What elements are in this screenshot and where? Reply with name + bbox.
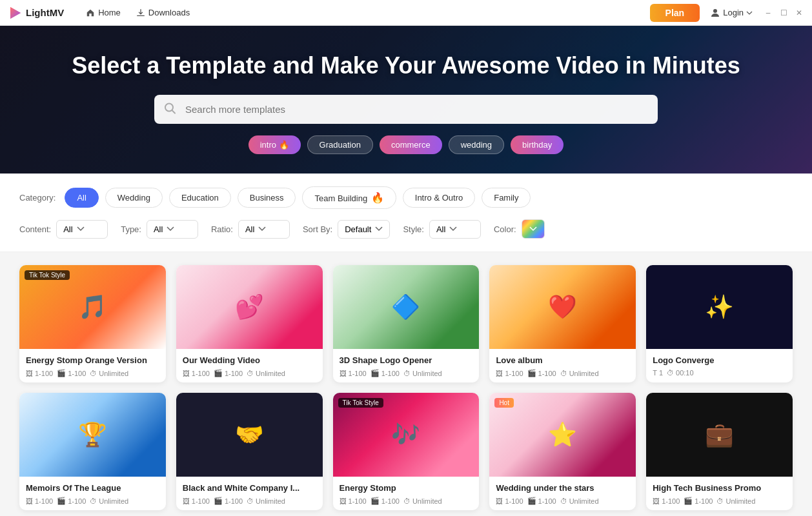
home-icon [86,8,95,17]
app-name: LightMV [26,7,64,18]
nav-downloads[interactable]: Downloads [130,5,196,20]
card-info: Logo Converge T1 ⏱00:10 [646,349,793,382]
hero-section: Select a Template and Make Your Awesome … [0,26,812,174]
hero-title: Select a Template and Make Your Awesome … [13,52,799,79]
sortby-select[interactable]: Default [338,220,390,239]
color-select[interactable] [522,219,545,239]
tag-birthday[interactable]: birthday [511,135,563,154]
video-count: 🎬1-100 [527,497,556,505]
card-title: High Tech Business Promo [653,483,786,493]
template-card[interactable]: Hot ⭐ Wedding under the stars 🖼1-100 🎬1-… [489,393,636,510]
card-info: High Tech Business Promo 🖼1-100 🎬1-100 ⏱… [646,477,793,510]
image-count: 🖼1-100 [26,370,53,377]
logo-icon [8,6,22,20]
search-icon [163,101,176,117]
duration: ⏱Unlimited [560,370,599,377]
close-button[interactable]: ✕ [794,8,804,18]
search-input[interactable] [154,95,658,124]
card-meta: 🖼1-100 🎬1-100 ⏱Unlimited [340,497,473,505]
template-card[interactable]: 🏆 Memoirs Of The League 🖼1-100 🎬1-100 ⏱U… [19,393,166,510]
image-count: 🖼1-100 [183,497,210,505]
template-card[interactable]: ❤️ Love album 🖼1-100 🎬1-100 ⏱Unlimited [489,265,636,382]
search-bar [154,95,658,124]
category-row: Category: All Wedding Education Business… [19,186,793,209]
style-label: Style: [403,224,424,234]
cat-education[interactable]: Education [169,188,231,208]
duration: ⏱Unlimited [247,370,285,377]
card-thumbnail: 💼 [646,393,793,477]
card-thumb-bg: 💼 [646,393,793,477]
template-card[interactable]: 💕 Our Wedding Video 🖼1-100 🎬1-100 ⏱Unlim… [176,265,323,382]
tag-wedding[interactable]: wedding [449,135,504,154]
card-thumbnail: Tik Tok Style 🎶 [333,393,480,477]
type-label: Type: [121,224,141,234]
card-title: Black and White Company I... [183,483,316,493]
ratio-filter: Ratio: All [211,220,290,239]
video-count: 🎬1-100 [370,497,400,505]
card-thumbnail: ❤️ [489,265,636,349]
duration: ⏱Unlimited [403,370,442,377]
template-card[interactable]: Tik Tok Style 🎵 Energy Stomp Orange Vers… [19,265,166,382]
cat-business[interactable]: Business [238,188,296,208]
login-button[interactable]: Login [710,8,753,18]
image-count: 🖼1-100 [496,497,523,505]
card-thumb-bg: 🔷 [333,265,480,349]
cat-wedding[interactable]: Wedding [105,188,163,208]
card-meta: 🖼1-100 🎬1-100 ⏱Unlimited [496,497,629,505]
content-label: Content: [19,224,51,234]
card-badge: Hot [494,398,514,408]
card-thumb-bg: ❤️ [489,265,636,349]
style-select[interactable]: All [429,220,481,239]
minimize-button[interactable]: – [763,8,773,18]
card-thumb-bg: 💕 [176,265,323,349]
template-card[interactable]: Tik Tok Style 🎶 Energy Stomp 🖼1-100 🎬1-1… [333,393,480,510]
video-count: 🎬1-100 [214,369,243,377]
ratio-select[interactable]: All [238,220,290,239]
template-card[interactable]: 🤝 Black and White Company I... 🖼1-100 🎬1… [176,393,323,510]
video-count: 🎬1-100 [527,369,556,377]
card-badge: Tik Tok Style [338,398,383,408]
video-count: 🎬1-100 [370,369,400,377]
content-select[interactable]: All [56,220,108,239]
hero-tags: intro 🔥 Graduation commerce wedding birt… [13,135,799,154]
maximize-button[interactable]: ☐ [778,8,789,18]
card-thumbnail: 🤝 [176,393,323,477]
card-meta: 🖼1-100 🎬1-100 ⏱Unlimited [183,369,316,377]
user-icon [710,8,720,18]
chevron-down-icon [77,226,85,232]
card-thumbnail: 🏆 [19,393,166,477]
cat-intro-outro[interactable]: Intro & Outro [403,188,475,208]
window-controls: – ☐ ✕ [763,8,804,18]
card-info: 3D Shape Logo Opener 🖼1-100 🎬1-100 ⏱Unli… [333,349,480,382]
type-select[interactable]: All [147,220,198,239]
template-card[interactable]: 🔷 3D Shape Logo Opener 🖼1-100 🎬1-100 ⏱Un… [333,265,480,382]
type-filter: Type: All [121,220,198,239]
tag-graduation[interactable]: Graduation [307,135,373,154]
card-thumbnail: 🔷 [333,265,480,349]
cat-team-building[interactable]: Team Building 🔥 [302,186,396,209]
card-thumb-bg: 🤝 [176,393,323,477]
content-filter: Content: All [19,220,108,239]
template-card[interactable]: 💼 High Tech Business Promo 🖼1-100 🎬1-100… [646,393,793,510]
template-card[interactable]: ✨ Logo Converge T1 ⏱00:10 [646,265,793,382]
plan-button[interactable]: Plan [650,4,700,22]
image-count: 🖼1-100 [340,497,367,505]
card-meta: 🖼1-100 🎬1-100 ⏱Unlimited [496,369,629,377]
tag-intro[interactable]: intro 🔥 [249,135,301,154]
color-filter: Color: [494,219,545,239]
svg-point-2 [713,9,717,13]
template-grid-section: Tik Tok Style 🎵 Energy Stomp Orange Vers… [0,252,812,516]
hot-icon: 🔥 [371,192,384,203]
cat-all[interactable]: All [65,188,98,208]
chevron-down-icon [167,226,174,232]
card-thumbnail: Hot ⭐ [489,393,636,477]
download-icon [136,8,145,17]
cat-family[interactable]: Family [482,188,531,208]
nav-home[interactable]: Home [79,5,127,20]
duration: ⏱Unlimited [90,370,128,377]
template-grid: Tik Tok Style 🎵 Energy Stomp Orange Vers… [19,265,793,510]
duration: ⏱Unlimited [403,497,442,505]
card-meta: 🖼1-100 🎬1-100 ⏱Unlimited [26,369,159,377]
tag-commerce[interactable]: commerce [380,135,442,154]
card-title: 3D Shape Logo Opener [340,355,473,365]
